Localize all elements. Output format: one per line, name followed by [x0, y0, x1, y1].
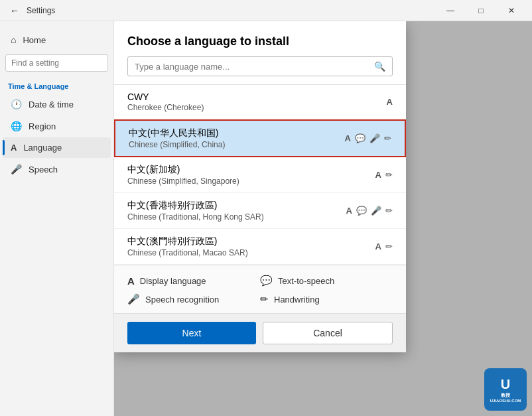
back-button[interactable]: ←	[5, 1, 24, 20]
sidebar-search-input[interactable]	[5, 54, 108, 72]
lang-icons-zh-cn: A 💬 🎤 ✏	[345, 133, 391, 143]
feature-handwriting: ✏ Handwriting	[260, 293, 393, 305]
cancel-button[interactable]: Cancel	[263, 322, 393, 344]
lang-icons-zh-sg: A ✏	[375, 170, 393, 180]
lang-item-zh-sg[interactable]: 中文(新加坡) Chinese (Simplified, Singapore) …	[114, 157, 406, 193]
dialog-buttons: Next Cancel	[114, 313, 406, 352]
sidebar-item-date-time-label: Date & time	[29, 100, 74, 109]
feature-handwriting-label: Handwriting	[274, 295, 320, 305]
feature-display: A Display language	[127, 275, 260, 287]
lang-icon-mic-hk: 🎤	[371, 206, 381, 216]
home-icon: ⌂	[11, 35, 16, 45]
date-time-icon: 🕐	[11, 99, 22, 109]
sidebar-item-language[interactable]: A Language	[3, 137, 111, 158]
sidebar: ⌂ Home Time & Language 🕐 Date & time 🌐 R…	[0, 21, 114, 416]
lang-icon-a-hk: A	[346, 206, 352, 216]
handwriting-icon: ✏	[260, 293, 269, 305]
dialog-search-input[interactable]	[135, 62, 374, 72]
sidebar-home[interactable]: ⌂ Home	[3, 28, 111, 52]
dialog-title: Choose a language to install	[114, 21, 406, 56]
minimize-button[interactable]: —	[435, 0, 466, 21]
feature-tts-label: Text-to-speech	[278, 276, 334, 286]
dialog-overlay: Choose a language to install 🔍 CWY Chero…	[114, 21, 532, 416]
content-area: Language er will appear in this anguage …	[114, 21, 532, 416]
main-layout: ⌂ Home Time & Language 🕐 Date & time 🌐 R…	[0, 21, 532, 416]
sidebar-section-title: Time & Language	[0, 77, 113, 93]
window-title: Settings	[27, 6, 55, 15]
lang-subname-zh-hk: Chinese (Traditional, Hong Kong SAR)	[127, 212, 264, 222]
language-list: CWY Cherokee (Cherokee) A 中文(中华人民共和国) Ch…	[114, 84, 406, 265]
lang-subname-zh-sg: Chinese (Simplified, Singapore)	[127, 176, 239, 186]
sidebar-item-region[interactable]: 🌐 Region	[3, 115, 111, 137]
lang-name-zh-hk: 中文(香港特别行政區)	[127, 200, 264, 212]
tts-icon: 💬	[260, 275, 273, 287]
features-grid: A Display language 💬 Text-to-speech 🎤 Sp…	[127, 275, 393, 305]
lang-icon-a: A	[387, 97, 393, 107]
sidebar-item-language-label: Language	[23, 143, 62, 153]
close-button[interactable]: ✕	[496, 0, 527, 21]
speech-icon: 🎤	[11, 164, 22, 174]
lang-name-cwy: CWY	[127, 92, 204, 102]
title-bar: ← Settings — □ ✕	[0, 0, 532, 21]
language-icon: A	[11, 143, 17, 153]
lang-name-zh-mo: 中文(澳門特別行政區)	[127, 236, 248, 247]
lang-item-zh-mo[interactable]: 中文(澳門特別行政區) Chinese (Traditional, Macao …	[114, 229, 406, 265]
feature-speech-label: Speech recognition	[145, 295, 219, 305]
sidebar-search-container	[5, 54, 108, 72]
language-dialog: Choose a language to install 🔍 CWY Chero…	[114, 21, 406, 352]
lang-icon-a-sg: A	[375, 170, 381, 180]
lang-subname-cwy: Cherokee (Cherokee)	[127, 103, 204, 112]
feature-tts: 💬 Text-to-speech	[260, 275, 393, 287]
lang-icon-tts-cn: 💬	[355, 133, 366, 143]
display-lang-icon: A	[127, 275, 135, 287]
next-button[interactable]: Next	[127, 322, 256, 344]
lang-item-zh-cn[interactable]: 中文(中华人民共和国) Chinese (Simplified, China) …	[114, 119, 406, 157]
sidebar-item-date-time[interactable]: 🕐 Date & time	[3, 94, 111, 115]
lang-item-cwy[interactable]: CWY Cherokee (Cherokee) A	[114, 85, 406, 119]
lang-subname-zh-mo: Chinese (Traditional, Macao SAR)	[127, 248, 248, 257]
maximize-button[interactable]: □	[466, 0, 496, 21]
region-icon: 🌐	[11, 121, 22, 131]
sidebar-item-speech[interactable]: 🎤 Speech	[3, 159, 111, 180]
lang-icons-cwy: A	[387, 97, 393, 107]
lang-icon-a-mo: A	[375, 242, 381, 251]
lang-icon-pen-cn: ✏	[384, 133, 391, 143]
lang-name-zh-sg: 中文(新加坡)	[127, 164, 239, 176]
feature-speech: 🎤 Speech recognition	[127, 293, 260, 305]
search-icon: 🔍	[374, 61, 385, 72]
lang-icon-mic-cn: 🎤	[369, 133, 380, 143]
lang-icon-pen-sg: ✏	[385, 170, 393, 180]
lang-icons-zh-hk: A 💬 🎤 ✏	[346, 206, 393, 216]
window-controls: — □ ✕	[435, 0, 527, 21]
sidebar-home-label: Home	[23, 35, 46, 45]
sidebar-item-speech-label: Speech	[29, 165, 58, 174]
lang-icon-pen-mo: ✏	[385, 242, 393, 251]
lang-icon-a-cn: A	[345, 133, 351, 143]
lang-icon-pen-hk: ✏	[385, 206, 393, 216]
lang-subname-zh-cn: Chinese (Simplified, China)	[129, 140, 225, 149]
feature-display-label: Display language	[140, 276, 206, 286]
features-row: A Display language 💬 Text-to-speech 🎤 Sp…	[114, 265, 406, 313]
lang-icons-zh-mo: A ✏	[375, 242, 393, 251]
lang-item-zh-hk[interactable]: 中文(香港特别行政區) Chinese (Traditional, Hong K…	[114, 193, 406, 229]
speech-recognition-icon: 🎤	[127, 293, 140, 305]
watermark: U 教授 UJIAOSHU.COM	[484, 368, 527, 411]
lang-name-zh-cn: 中文(中华人民共和国)	[129, 127, 225, 139]
lang-icon-tts-hk: 💬	[356, 206, 367, 216]
sidebar-item-region-label: Region	[29, 121, 56, 131]
dialog-search-container: 🔍	[127, 56, 393, 76]
